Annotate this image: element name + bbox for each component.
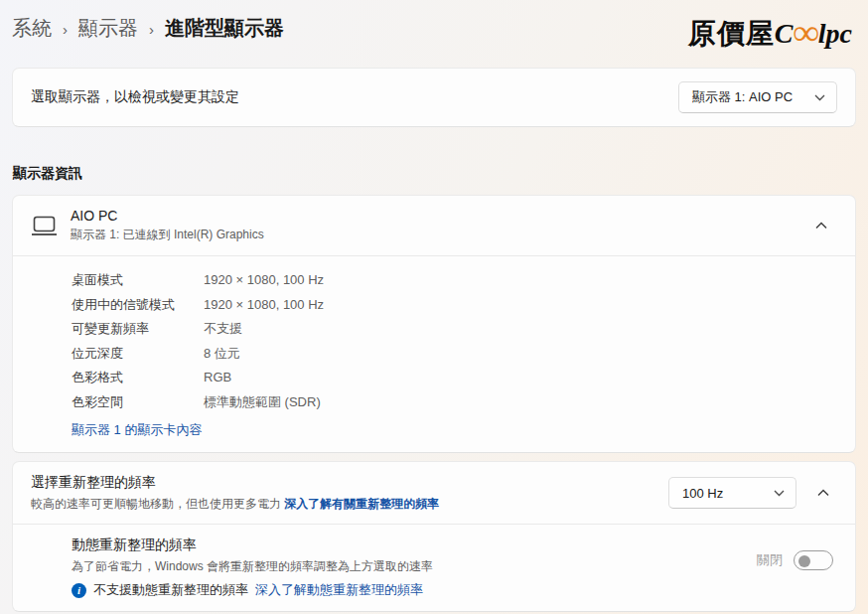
info-icon: i [72, 583, 86, 598]
detail-value: 8 位元 [204, 342, 240, 367]
dynamic-refresh-rate-unsupported-text: 不支援動態重新整理的頻率 [93, 581, 248, 599]
display-info-section-title: 顯示器資訊 [13, 165, 856, 183]
breadcrumb-system[interactable]: 系統 [12, 15, 52, 42]
refresh-rate-title: 選擇重新整理的頻率 [31, 474, 668, 492]
display-select-dropdown[interactable]: 顯示器 1: AIO PC [678, 81, 837, 113]
detail-label: 使用中的信號模式 [72, 293, 204, 318]
refresh-rate-card: 選擇重新整理的頻率 較高的速率可更順暢地移動，但也使用更多電力 深入了解有關重新… [12, 461, 856, 612]
detail-row-color-format: 色彩格式 RGB [72, 366, 831, 390]
detail-label: 位元深度 [72, 342, 204, 367]
detail-row-vrr: 可變更新頻率 不支援 [72, 317, 831, 342]
device-status: 顯示器 1: 已連線到 Intel(R) Graphics [71, 227, 811, 243]
logo-infinity-icon: ∞ [793, 12, 817, 53]
toggle-knob [798, 555, 810, 567]
dynamic-refresh-rate-row: 動態重新整理的頻率 為了節省電力，Windows 會將重新整理的頻率調整為上方選… [13, 525, 855, 611]
display-adapter-properties-link[interactable]: 顯示器 1 的顯示卡內容 [72, 421, 202, 439]
refresh-rate-header: 選擇重新整理的頻率 較高的速率可更順暢地移動，但也使用更多電力 深入了解有關重新… [13, 462, 855, 524]
refresh-rate-value: 100 Hz [682, 486, 723, 501]
display-info-card: AIO PC 顯示器 1: 已連線到 Intel(R) Graphics 桌面模… [12, 195, 856, 453]
dynamic-refresh-rate-toggle-wrap: 關閉 [757, 550, 833, 570]
advanced-display-page: 系統 › 顯示器 › 進階型顯示器 原價屋C∞lpc 選取顯示器，以檢視或變更其… [0, 0, 868, 612]
detail-value: 1920 × 1080, 100 Hz [204, 293, 324, 318]
logo-lpc: lpc [818, 18, 852, 49]
select-display-card: 選取顯示器，以檢視或變更其設定 顯示器 1: AIO PC [12, 68, 856, 127]
detail-row-color-space: 色彩空間 標準動態範圍 (SDR) [72, 390, 831, 415]
device-name: AIO PC [71, 208, 811, 224]
display-info-expander-header[interactable]: AIO PC 顯示器 1: 已連線到 Intel(R) Graphics [13, 196, 855, 255]
refresh-rate-controls: 100 Hz [668, 477, 833, 509]
detail-row-desktop-mode: 桌面模式 1920 × 1080, 100 Hz [72, 268, 831, 293]
detail-value: 1920 × 1080, 100 Hz [204, 268, 324, 293]
refresh-rate-dropdown[interactable]: 100 Hz [668, 477, 796, 509]
detail-label: 色彩空間 [72, 390, 204, 415]
dynamic-refresh-rate-text: 動態重新整理的頻率 為了節省電力，Windows 會將重新整理的頻率調整為上方選… [72, 535, 757, 599]
monitor-icon [31, 215, 71, 237]
chevron-up-icon [815, 222, 827, 230]
device-text: AIO PC 顯示器 1: 已連線到 Intel(R) Graphics [71, 208, 811, 243]
refresh-rate-text: 選擇重新整理的頻率 較高的速率可更順暢地移動，但也使用更多電力 深入了解有關重新… [31, 474, 668, 513]
detail-label: 桌面模式 [72, 268, 204, 293]
top-bar: 系統 › 顯示器 › 進階型顯示器 原價屋C∞lpc [12, 0, 856, 55]
logo-chinese-text: 原價屋 [688, 18, 775, 49]
dynamic-refresh-rate-info-row: i 不支援動態重新整理的頻率 深入了解動態重新整理的頻率 [72, 581, 757, 599]
select-display-label: 選取顯示器，以檢視或變更其設定 [31, 88, 239, 106]
dynamic-refresh-rate-title: 動態重新整理的頻率 [72, 537, 757, 554]
breadcrumb-display[interactable]: 顯示器 [78, 15, 138, 42]
page-title: 進階型顯示器 [165, 15, 284, 42]
dynamic-refresh-rate-subtitle: 為了節省電力，Windows 會將重新整理的頻率調整為上方選取的速率 [72, 558, 757, 575]
detail-value: 標準動態範圍 (SDR) [204, 390, 321, 415]
collapse-expander-button[interactable] [811, 218, 831, 233]
refresh-rate-subtitle-text: 較高的速率可更順暢地移動，但也使用更多電力 [31, 497, 281, 511]
chevron-down-icon [774, 490, 785, 497]
collapse-refresh-rate-button[interactable] [813, 485, 833, 501]
detail-value: 不支援 [204, 317, 242, 342]
chevron-up-icon [817, 489, 829, 497]
dynamic-refresh-rate-toggle[interactable] [794, 550, 833, 570]
detail-row-signal-mode: 使用中的信號模式 1920 × 1080, 100 Hz [72, 293, 831, 318]
detail-value: RGB [204, 366, 231, 390]
detail-row-bit-depth: 位元深度 8 位元 [72, 342, 831, 367]
display-select-value: 顯示器 1: AIO PC [692, 88, 793, 106]
dynamic-refresh-rate-learn-more-link[interactable]: 深入了解動態重新整理的頻率 [255, 581, 423, 599]
detail-label: 可變更新頻率 [72, 317, 204, 342]
display-details: 桌面模式 1920 × 1080, 100 Hz 使用中的信號模式 1920 ×… [13, 256, 855, 452]
breadcrumb-separator-icon: › [149, 19, 154, 38]
coolpc-logo: 原價屋C∞lpc [688, 13, 856, 54]
refresh-rate-learn-more-link[interactable]: 深入了解有關重新整理的頻率 [284, 497, 439, 511]
logo-c: C [775, 18, 794, 49]
detail-label: 色彩格式 [72, 366, 204, 390]
toggle-state-label: 關閉 [757, 551, 783, 569]
breadcrumb: 系統 › 顯示器 › 進階型顯示器 [12, 13, 284, 42]
refresh-rate-subtitle: 較高的速率可更順暢地移動，但也使用更多電力 深入了解有關重新整理的頻率 [31, 496, 668, 513]
breadcrumb-separator-icon: › [63, 19, 68, 38]
chevron-down-icon [814, 94, 825, 101]
